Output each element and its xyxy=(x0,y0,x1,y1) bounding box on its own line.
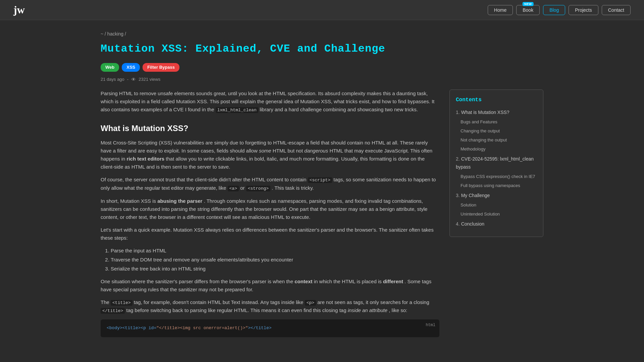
code-content: <body><title><p id="</title><img src one… xyxy=(107,325,433,332)
toc-subitem: Bypass CSS expression() check in IE7 xyxy=(461,172,537,180)
eye-icon: 👁 xyxy=(131,76,136,83)
toc-link-3[interactable]: 3.My Challenge xyxy=(456,193,490,198)
steps-list: Parse the input as HTML Traverse the DOM… xyxy=(111,247,439,273)
toc-sublink-not-changing[interactable]: Not changing the output xyxy=(461,137,507,142)
toc-sublink-solution[interactable]: Solution xyxy=(461,202,476,207)
inline-code-endtitle: </title> xyxy=(101,308,125,314)
nav-book-button[interactable]: NEW Book xyxy=(516,5,540,15)
inline-code-strong: <strong> xyxy=(246,186,270,191)
list-item: Parse the input as HTML xyxy=(111,247,439,255)
toc-sublink-bugs[interactable]: Bugs and Features xyxy=(461,119,497,124)
p1: Most Cross-Site Scripting (XSS) vulnerab… xyxy=(101,139,439,171)
nav-projects-button[interactable]: Projects xyxy=(569,5,598,15)
navbar: jw Home NEW Book Blog Projects Contact xyxy=(0,0,644,20)
new-badge: NEW xyxy=(523,2,534,6)
toc-sidebar: Contents 1.What is Mutation XSS? Bugs an… xyxy=(449,89,543,237)
toc-subitem: Bugs and Features xyxy=(461,118,537,126)
toc-subitem: Changing the output xyxy=(461,127,537,135)
page-title: Mutation XSS: Explained, CVE and Challen… xyxy=(101,40,543,57)
inline-code-lxml: lxml_html_clean xyxy=(216,107,258,113)
toc-sublink-changing[interactable]: Changing the output xyxy=(461,128,500,133)
tag-filter-bypass[interactable]: Filter Bypass xyxy=(143,63,179,72)
tag-web[interactable]: Web xyxy=(101,63,119,72)
p4: Let's start with a quick example. Mutati… xyxy=(101,226,439,242)
inline-code-title: <title> xyxy=(111,300,132,306)
toc-sublink-methodology[interactable]: Methodology xyxy=(461,146,485,152)
toc-link-4[interactable]: 4.Conclusion xyxy=(456,221,484,227)
inline-code-a: <a> xyxy=(228,186,239,191)
post-views: 2321 views xyxy=(139,76,160,83)
code-block: html <body><title><p id="</title><img sr… xyxy=(101,319,439,337)
toc-sublink-full-bypass[interactable]: Full bypass using namespaces xyxy=(461,183,520,188)
toc-sublink-bypass-css[interactable]: Bypass CSS expression() check in IE7 xyxy=(461,174,535,179)
toc-subitem: Full bypass using namespaces xyxy=(461,181,537,189)
nav-blog-button[interactable]: Blog xyxy=(543,5,565,15)
toc-sublink-unintended[interactable]: Unintended Solution xyxy=(461,212,500,217)
toc-item-3: 3.My Challenge Solution Unintended Solut… xyxy=(456,191,537,218)
p3: In short, Mutation XSS is abusing the pa… xyxy=(101,197,439,221)
section-heading-what: What is Mutation XSS? xyxy=(101,122,439,135)
post-date: 21 days ago xyxy=(101,76,124,83)
post-meta: 21 days ago - 👁 2321 views xyxy=(101,76,543,83)
intro-paragraph: Parsing HTML to remove unsafe elements s… xyxy=(101,89,439,114)
p5: One situation where the sanitizer's pars… xyxy=(101,278,439,294)
article: Parsing HTML to remove unsafe elements s… xyxy=(101,89,439,337)
list-item: Serialize the tree back into an HTML str… xyxy=(111,265,439,273)
nav-home-button[interactable]: Home xyxy=(488,5,513,15)
toc-item-1: 1.What is Mutation XSS? Bugs and Feature… xyxy=(456,108,537,153)
content-area: Parsing HTML to remove unsafe elements s… xyxy=(101,89,543,337)
list-item: Traverse the DOM tree and remove any uns… xyxy=(111,256,439,264)
tag-xss[interactable]: XSS xyxy=(122,63,140,72)
toc-list: 1.What is Mutation XSS? Bugs and Feature… xyxy=(456,108,537,228)
nav-contact-button[interactable]: Contact xyxy=(602,5,631,15)
toc-item-2: 2.CVE-2024-52595: lxml_html_clean bypass… xyxy=(456,155,537,189)
toc-link-1[interactable]: 1.What is Mutation XSS? xyxy=(456,110,509,115)
toc-subitem: Solution xyxy=(461,201,537,209)
toc-item-4: 4.Conclusion xyxy=(456,220,537,228)
inline-code-p: <p> xyxy=(305,300,316,306)
toc-subitem: Not changing the output xyxy=(461,136,537,144)
breadcrumb: ~ / hacking / xyxy=(101,30,543,38)
toc-title: Contents xyxy=(456,96,537,105)
nav-links: Home NEW Book Blog Projects Contact xyxy=(488,5,631,15)
code-lang-label: html xyxy=(426,322,435,328)
p6: The <title> tag, for example, doesn't co… xyxy=(101,298,439,315)
toc-subitem: Unintended Solution xyxy=(461,210,537,218)
inline-code-script: <script> xyxy=(308,177,332,183)
tags-container: Web XSS Filter Bypass xyxy=(101,63,543,72)
logo: jw xyxy=(13,1,25,18)
toc-link-2[interactable]: 2.CVE-2024-52595: lxml_html_clean bypass xyxy=(456,156,534,170)
p2: Of course, the server cannot trust that … xyxy=(101,176,439,192)
toc-subitem: Methodology xyxy=(461,145,537,153)
page-container: ~ / hacking / Mutation XSS: Explained, C… xyxy=(87,20,557,347)
